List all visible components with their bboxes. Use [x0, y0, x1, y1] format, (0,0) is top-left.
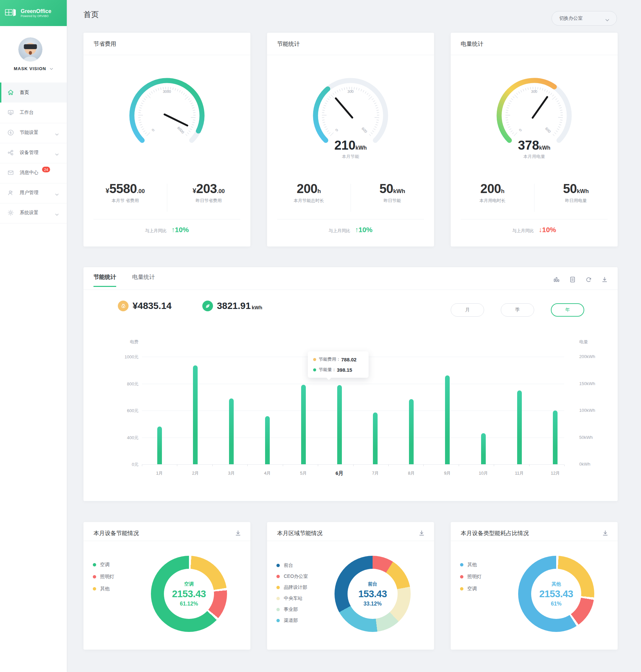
card-title: 节能统计: [277, 40, 300, 48]
app-tagline: Powered by ORVIBO: [21, 14, 51, 18]
user-name-row[interactable]: MASK VISION: [0, 66, 67, 71]
bar-7月[interactable]: [373, 413, 378, 464]
chevron-down-icon: [50, 66, 53, 71]
stat-label: 本月用电时长: [451, 198, 534, 204]
donut-chart[interactable]: 其他 2153.43 61%: [518, 556, 594, 632]
chevron-down-icon: [55, 212, 59, 214]
bar-2月[interactable]: [193, 365, 197, 464]
bar-11月[interactable]: [517, 390, 522, 464]
x-axis-label-2月: 2月: [192, 470, 199, 476]
right-axis-title: 电量: [579, 339, 588, 345]
left-axis-tick: 1000元: [105, 354, 138, 360]
donut-center: 其他 2153.43 61%: [531, 569, 581, 619]
legend-item-照明灯[interactable]: 照明灯: [460, 574, 481, 580]
gauge-mid-label: 300: [347, 90, 354, 94]
sidebar-item-workbench[interactable]: 工作台: [0, 103, 67, 123]
sidebar-item-device-management[interactable]: 设备管理: [0, 143, 67, 163]
legend-dot: [276, 608, 280, 611]
gauge-min-label: 0: [151, 128, 155, 132]
gauge-max-label: 600: [545, 126, 551, 134]
sidebar-item-system-settings[interactable]: 系统设置: [0, 203, 67, 223]
download-icon[interactable]: [234, 529, 242, 537]
download-icon[interactable]: [418, 529, 425, 537]
left-axis-tick: 800元: [105, 381, 138, 387]
gauge: 0 300 600: [300, 72, 400, 149]
active-indicator: [0, 183, 1, 203]
bar-9月[interactable]: [445, 375, 450, 465]
legend-item-CEO办公室[interactable]: CEO办公室: [276, 573, 308, 580]
active-indicator: [0, 143, 1, 163]
chevron-down-icon: [55, 151, 59, 154]
divider: [0, 163, 67, 163]
download-icon[interactable]: [602, 529, 609, 537]
legend-item-品牌设计部[interactable]: 品牌设计部: [276, 584, 307, 591]
bar-3月[interactable]: [229, 399, 234, 464]
sidebar: GreenOffice Powered by ORVIBO MASK VISIO…: [0, 0, 67, 672]
active-indicator: [0, 103, 1, 123]
bar-8月[interactable]: [409, 399, 414, 464]
donut-center-label: 其他: [551, 581, 561, 587]
bar-6月[interactable]: [337, 385, 342, 464]
divider: [83, 55, 250, 55]
x-axis-label-4月: 4月: [264, 470, 271, 476]
legend-label: 空调: [467, 586, 477, 592]
gridline: [142, 384, 564, 384]
sidebar-item-user-management[interactable]: 用户管理: [0, 183, 67, 203]
divider: [451, 541, 618, 541]
divider: [0, 223, 67, 224]
bar-10月[interactable]: [481, 433, 486, 464]
divider: [461, 219, 608, 219]
gauge: 0 3000 6000: [117, 72, 217, 149]
x-axis-tick: [247, 465, 248, 466]
stat: ¥5580.00 本月节 省费用: [83, 182, 167, 204]
legend-item-照明灯[interactable]: 照明灯: [93, 574, 114, 580]
donut-center-percent: 33.12%: [364, 601, 382, 607]
legend-item-其他[interactable]: 其他: [93, 586, 109, 592]
office-switcher-button[interactable]: 切换办公室: [551, 11, 617, 26]
legend-item-事业部[interactable]: 事业部: [276, 606, 298, 613]
sidebar-item-home[interactable]: 首页: [0, 82, 67, 103]
sidebar-item-message-center[interactable]: 消息中心 24: [0, 163, 67, 183]
legend-item-中央车站[interactable]: 中央车站: [276, 595, 302, 602]
legend-label: 照明灯: [467, 574, 481, 580]
user-icon: [7, 189, 14, 197]
donut-center-value: 2153.43: [539, 589, 573, 600]
legend-dot: [460, 563, 463, 566]
month-compare: 与上月同比↑10%: [267, 226, 434, 234]
donut-center-value: 153.43: [358, 589, 387, 600]
stat: ¥203.00 昨日节省费用: [167, 182, 250, 204]
legend-label: 品牌设计部: [284, 584, 307, 591]
bar-5月[interactable]: [301, 385, 306, 464]
stat: 200h 本月节能总时长: [267, 182, 351, 204]
gauge-max-label: 6000: [177, 125, 185, 134]
donut-chart[interactable]: 空调 2153.43 61.12%: [151, 556, 227, 632]
device-saving-donut-card: 本月设备节能情况 空调 照明灯 其他 空调 2153.43 61.12%: [83, 522, 250, 650]
donut-center-label: 空调: [184, 581, 194, 587]
bar-4月[interactable]: [265, 416, 270, 464]
donut-chart[interactable]: 前台 153.43 33.12%: [335, 556, 411, 632]
sidebar-item-energy-settings[interactable]: 节能设置: [0, 123, 67, 143]
legend-item-前台[interactable]: 前台: [276, 562, 293, 569]
x-axis-label-12月: 12月: [551, 470, 560, 476]
stat: 50kWh 昨日节能: [351, 182, 434, 204]
bar-1月[interactable]: [157, 427, 162, 464]
home-icon: [7, 89, 14, 96]
x-axis-label-10月: 10月: [479, 470, 488, 476]
x-axis-label-8月: 8月: [408, 470, 415, 476]
legend-label: 中央车站: [284, 595, 302, 602]
gauge-needle: [336, 98, 352, 118]
donut-center: 空调 2153.43 61.12%: [164, 569, 214, 619]
gauge-value: 378kWh: [451, 138, 618, 153]
gauge-value: 210kWh: [267, 138, 434, 153]
left-axis-title: 电费: [105, 339, 138, 345]
legend-item-空调[interactable]: 空调: [93, 562, 109, 568]
legend-item-空调[interactable]: 空调: [460, 586, 477, 592]
legend-item-渠道部[interactable]: 渠道部: [276, 617, 298, 624]
gauge-mid-label: 3000: [163, 90, 171, 94]
legend-item-其他[interactable]: 其他: [460, 562, 477, 568]
divider: [83, 541, 250, 541]
message-icon: [7, 169, 14, 176]
bar-12月[interactable]: [553, 411, 558, 464]
avatar[interactable]: [18, 37, 42, 62]
settings-icon: [7, 209, 14, 216]
